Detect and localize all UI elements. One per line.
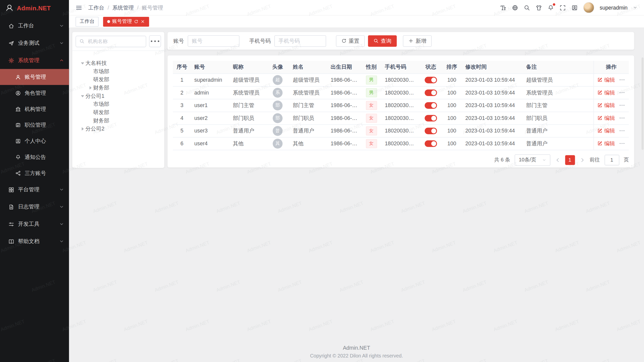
edit-button[interactable]: 编辑 xyxy=(597,114,615,122)
gender-tag: 女 xyxy=(366,101,377,110)
search-button[interactable]: 查询 xyxy=(368,35,397,47)
tree-node[interactable]: 市场部 xyxy=(72,67,164,76)
sidebar-subitem-position[interactable]: 职位管理 xyxy=(0,117,69,133)
tree-node[interactable]: 研发部 xyxy=(72,108,164,117)
top-header: 工作台 / 系统管理 / 账号管理 superadmin xyxy=(69,0,644,16)
edit-icon xyxy=(597,141,602,146)
table-row: 5user3普通用户普普通用户1986-06-28女18020030720100… xyxy=(173,124,629,137)
tree-node[interactable]: 财务部 xyxy=(72,117,164,125)
username[interactable]: superadmin xyxy=(600,5,628,11)
theme-icon[interactable] xyxy=(536,4,542,11)
gender-tag: 女 xyxy=(366,126,377,135)
tab-refresh-icon[interactable] xyxy=(134,19,138,24)
edit-button[interactable]: 编辑 xyxy=(597,89,615,96)
breadcrumb-item-workbench[interactable]: 工作台 xyxy=(88,4,104,11)
row-avatar: 普 xyxy=(273,126,283,135)
sidebar-item-business-test[interactable]: 业务测试 xyxy=(0,34,69,52)
tree-node[interactable]: 大名科技 xyxy=(72,59,164,67)
tree-caret-icon[interactable] xyxy=(80,95,86,97)
row-more-button[interactable] xyxy=(619,102,625,108)
status-toggle[interactable] xyxy=(425,127,437,134)
tree-node[interactable]: 市场部 xyxy=(72,100,164,108)
tab-account[interactable]: 账号管理 xyxy=(103,17,149,26)
status-toggle[interactable] xyxy=(425,140,437,147)
sidebar-item-log[interactable]: 日志管理 xyxy=(0,198,69,216)
sidebar-item-system-management[interactable]: 系统管理 xyxy=(0,52,69,69)
tab-workbench[interactable]: 工作台 xyxy=(75,17,98,26)
sidebar-subitem-third-party[interactable]: 三方账号 xyxy=(0,165,69,181)
status-toggle[interactable] xyxy=(425,102,437,109)
tree-caret-icon[interactable] xyxy=(80,127,86,130)
edit-button[interactable]: 编辑 xyxy=(597,102,615,109)
add-button[interactable]: 新增 xyxy=(403,35,432,47)
profile-icon[interactable] xyxy=(571,4,578,11)
row-more-button[interactable] xyxy=(619,128,625,134)
sidebar-item-platform[interactable]: 平台管理 xyxy=(0,181,69,198)
chevron-icon xyxy=(59,187,64,192)
menu-collapse-icon[interactable] xyxy=(75,4,82,11)
tab-close-icon[interactable] xyxy=(140,19,145,24)
account-input[interactable] xyxy=(188,35,239,47)
breadcrumb-item-system[interactable]: 系统管理 xyxy=(112,4,134,11)
phone-input[interactable] xyxy=(274,35,326,47)
sidebar-item-help-docs[interactable]: 帮助文档 xyxy=(0,233,69,250)
column-header: 操作 xyxy=(593,61,629,74)
row-more-button[interactable] xyxy=(619,140,625,146)
sidebar-subitem-org[interactable]: 机构管理 xyxy=(0,101,69,117)
font-size-icon[interactable] xyxy=(500,4,506,11)
language-icon[interactable] xyxy=(512,4,518,11)
sidebar-item-workbench[interactable]: 工作台 xyxy=(0,17,69,35)
app-logo[interactable]: Admin.NET xyxy=(0,0,69,16)
page-size-select[interactable]: 10条/页 xyxy=(515,154,550,166)
org-search-input[interactable] xyxy=(87,38,142,44)
row-more-button[interactable] xyxy=(619,77,625,83)
reset-button[interactable]: 重置 xyxy=(336,35,365,47)
search-icon[interactable] xyxy=(524,4,530,11)
main-content: 大名科技市场部研发部财务部分公司1市场部研发部财务部分公司2 账号 手机号码 重… xyxy=(69,28,644,362)
page-1-button[interactable]: 1 xyxy=(565,155,575,165)
table-body: 1superadmin超级管理员超超级管理员1986-06-28男1802003… xyxy=(173,73,629,150)
status-toggle[interactable] xyxy=(425,115,437,121)
edit-button[interactable]: 编辑 xyxy=(597,76,615,83)
edit-button[interactable]: 编辑 xyxy=(597,140,615,147)
gender-tag: 女 xyxy=(366,113,377,122)
edit-icon xyxy=(597,90,602,95)
sidebar-subitem-notice[interactable]: 通知公告 xyxy=(0,149,69,165)
scrollbar-thumb[interactable] xyxy=(641,58,643,150)
chevron-icon xyxy=(59,41,64,46)
edit-icon xyxy=(597,77,602,82)
tree-node[interactable]: 分公司2 xyxy=(72,125,164,133)
goto-page-input[interactable] xyxy=(604,155,619,165)
fullscreen-icon[interactable] xyxy=(559,4,566,11)
tree-node[interactable]: 研发部 xyxy=(72,75,164,84)
sidebar-subitem-role[interactable]: 角色管理 xyxy=(0,85,69,101)
query-panel: 账号 手机号码 重置 查询 新增 xyxy=(168,32,634,50)
edit-button[interactable]: 编辑 xyxy=(597,127,615,134)
column-header: 姓名 xyxy=(290,61,327,74)
profile-icon xyxy=(15,138,21,144)
status-toggle[interactable] xyxy=(425,89,437,96)
tree-caret-icon[interactable] xyxy=(80,62,86,64)
column-header: 序号 xyxy=(173,61,191,74)
plus-icon xyxy=(408,38,414,43)
tree-node[interactable]: 财务部 xyxy=(72,84,164,92)
tree-node[interactable]: 分公司1 xyxy=(72,92,164,100)
notification-icon[interactable] xyxy=(547,4,554,11)
table-row: 3user1部门主管部部门主管1986-06-28女18020030720100… xyxy=(173,99,629,112)
chevron-icon xyxy=(59,204,64,209)
status-toggle[interactable] xyxy=(425,77,437,83)
prev-page-button[interactable] xyxy=(555,157,560,163)
sidebar-item-devtools[interactable]: 开发工具 xyxy=(0,215,69,233)
row-more-button[interactable] xyxy=(619,89,625,96)
next-page-button[interactable] xyxy=(579,157,585,163)
row-more-button[interactable] xyxy=(619,115,625,121)
sidebar-subitem-profile[interactable]: 个人中心 xyxy=(0,133,69,149)
table-row: 6user4其他其其他1986-06-28女180200307201002023… xyxy=(173,137,629,150)
sidebar-subitem-account[interactable]: 账号管理 xyxy=(0,69,69,85)
user-avatar[interactable] xyxy=(583,2,594,13)
tree-caret-icon[interactable] xyxy=(88,86,93,89)
tree-more-button[interactable] xyxy=(149,35,161,47)
row-avatar: 其 xyxy=(273,139,283,148)
grid-icon xyxy=(8,187,14,193)
org-tree-header xyxy=(72,32,164,51)
